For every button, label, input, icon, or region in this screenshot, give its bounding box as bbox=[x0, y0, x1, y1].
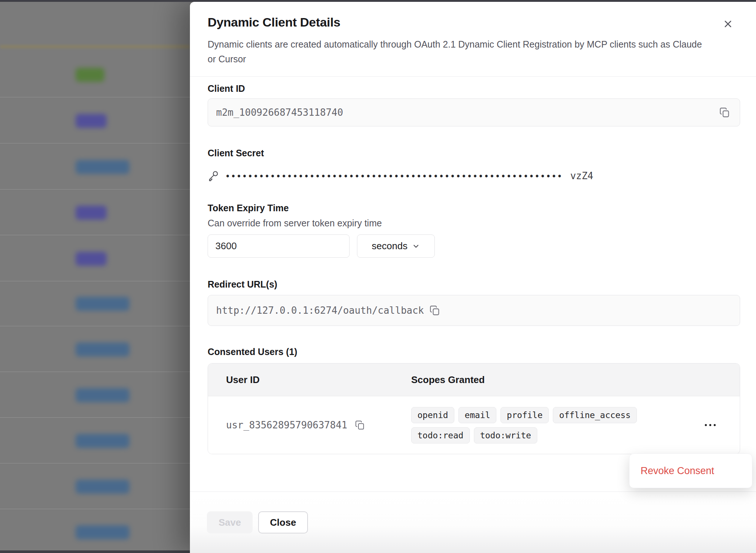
chevron-down-icon bbox=[412, 242, 420, 250]
modal-header: Dynamic Client Details Dynamic clients a… bbox=[190, 2, 756, 77]
client-secret-masked: ••••••••••••••••••••••••••••••••••••••••… bbox=[226, 170, 563, 181]
dynamic-client-details-modal: Dynamic Client Details Dynamic clients a… bbox=[190, 2, 756, 553]
scope-chip: email bbox=[458, 407, 496, 423]
redirect-url-field: http://127.0.0.1:6274/oauth/callback bbox=[208, 295, 740, 326]
consented-users-label: Consented Users (1) bbox=[208, 347, 740, 357]
token-expiry-unit-select[interactable]: seconds bbox=[357, 234, 435, 258]
scope-chips: openidemailprofileoffline_accesstodo:rea… bbox=[411, 407, 662, 444]
close-icon[interactable] bbox=[721, 17, 735, 31]
client-secret-label: Client Secret bbox=[208, 148, 740, 159]
client-secret-row: ••••••••••••••••••••••••••••••••••••••••… bbox=[208, 170, 740, 181]
background-badge bbox=[76, 252, 107, 266]
background-row-separator bbox=[0, 509, 190, 509]
background-badge bbox=[76, 388, 129, 402]
row-context-menu: Revoke Consent bbox=[629, 453, 752, 488]
scopes-cell: openidemailprofileoffline_accesstodo:rea… bbox=[411, 407, 740, 444]
token-expiry-row: seconds bbox=[208, 234, 740, 258]
scope-chip: offline_access bbox=[553, 407, 637, 423]
token-expiry-label: Token Expiry Time bbox=[208, 203, 740, 213]
background-badge bbox=[76, 525, 129, 539]
scope-chip: openid bbox=[411, 407, 454, 423]
background-row-separator bbox=[0, 189, 190, 189]
background-top-bar bbox=[0, 0, 756, 2]
background-badge bbox=[76, 114, 107, 128]
background-row-separator bbox=[0, 235, 190, 235]
background-row-separator bbox=[0, 143, 190, 143]
copy-icon[interactable] bbox=[428, 303, 442, 317]
scope-chip: todo:read bbox=[411, 427, 470, 444]
client-secret-suffix: vzZ4 bbox=[570, 170, 593, 181]
screen: Dynamic Client Details Dynamic clients a… bbox=[0, 0, 756, 553]
background-badge bbox=[76, 206, 107, 220]
key-icon bbox=[208, 170, 219, 181]
table-row: usr_83562895790637841 openidemailprofile… bbox=[208, 396, 740, 454]
background-badge bbox=[76, 342, 129, 357]
background-badge bbox=[76, 480, 129, 494]
modal-subtitle: Dynamic clients are created automaticall… bbox=[208, 37, 712, 66]
background-row-separator bbox=[0, 326, 190, 326]
scope-chip: profile bbox=[500, 407, 549, 423]
consented-users-table: User ID Scopes Granted usr_8356289579063… bbox=[208, 363, 740, 454]
close-button[interactable]: Close bbox=[258, 511, 308, 533]
client-id-value: m2m_100926687453118740 bbox=[208, 107, 343, 118]
token-expiry-input[interactable] bbox=[208, 234, 350, 258]
modal-footer: Save Close bbox=[190, 491, 756, 553]
background-row-separator bbox=[0, 97, 190, 97]
redirect-urls-label: Redirect URL(s) bbox=[208, 279, 740, 290]
client-id-field: m2m_100926687453118740 bbox=[208, 98, 740, 126]
background-badge bbox=[76, 68, 104, 82]
background-accent-band bbox=[0, 45, 190, 48]
user-id-value: usr_83562895790637841 bbox=[226, 420, 347, 431]
background-row-separator bbox=[0, 463, 190, 463]
modal-title: Dynamic Client Details bbox=[208, 15, 712, 29]
dimmed-background-page bbox=[0, 0, 190, 553]
copy-icon[interactable] bbox=[718, 105, 732, 119]
redirect-url-value: http://127.0.0.1:6274/oauth/callback bbox=[208, 305, 424, 316]
background-row-separator bbox=[0, 372, 190, 372]
copy-icon[interactable] bbox=[353, 418, 367, 432]
background-badge bbox=[76, 434, 129, 448]
column-header-scopes-granted: Scopes Granted bbox=[411, 374, 740, 386]
scope-chip: todo:write bbox=[474, 427, 537, 444]
token-expiry-helper: Can override from server token expiry ti… bbox=[208, 218, 740, 229]
revoke-consent-menu-item[interactable]: Revoke Consent bbox=[630, 465, 717, 477]
background-badge bbox=[76, 160, 129, 174]
background-bottom-bar bbox=[0, 550, 190, 553]
column-header-user-id: User ID bbox=[208, 374, 411, 386]
modal-body: Client ID m2m_100926687453118740 Client … bbox=[190, 77, 756, 454]
client-id-label: Client ID bbox=[208, 83, 740, 94]
save-button[interactable]: Save bbox=[207, 511, 253, 533]
background-row-separator bbox=[0, 281, 190, 281]
user-id-cell: usr_83562895790637841 bbox=[208, 418, 411, 432]
token-expiry-unit-value: seconds bbox=[372, 240, 408, 252]
table-header-row: User ID Scopes Granted bbox=[208, 364, 740, 396]
background-badge bbox=[76, 297, 129, 311]
row-actions-ellipsis-icon[interactable] bbox=[700, 420, 721, 431]
background-row-separator bbox=[0, 417, 190, 418]
